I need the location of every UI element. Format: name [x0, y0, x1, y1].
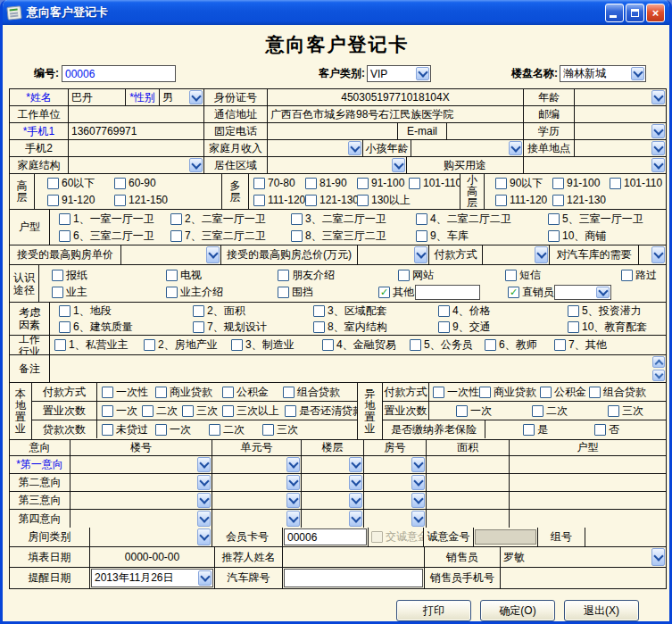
- checkbox[interactable]: [568, 321, 579, 333]
- chevron-down-icon[interactable]: [197, 457, 211, 472]
- checkbox-option[interactable]: 7、三室二厅二卫: [170, 229, 291, 244]
- checkbox-option[interactable]: 三次以上: [222, 404, 285, 419]
- checkbox[interactable]: [59, 230, 71, 242]
- residence-area-select[interactable]: [268, 157, 407, 173]
- email-field[interactable]: [447, 123, 524, 139]
- checkbox[interactable]: [548, 213, 560, 225]
- intent-unit-select[interactable]: [212, 474, 302, 491]
- purchase-purpose-select[interactable]: [524, 157, 666, 173]
- chevron-down-icon[interactable]: [197, 511, 211, 527]
- checkbox[interactable]: [485, 339, 496, 351]
- chevron-down-icon[interactable]: [206, 246, 220, 263]
- checkbox[interactable]: [193, 305, 204, 317]
- checkbox-option[interactable]: 公积金: [222, 385, 283, 400]
- checkbox-option[interactable]: 组合贷款: [283, 385, 340, 400]
- checkbox-option[interactable]: 6、建筑质量: [59, 320, 193, 335]
- checkbox[interactable]: [479, 387, 491, 398]
- child-age-select[interactable]: [411, 140, 524, 156]
- checkbox-option[interactable]: 三次: [182, 404, 222, 419]
- checkbox-option[interactable]: 3、区域配套: [313, 304, 438, 319]
- maximize-button[interactable]: [626, 4, 644, 22]
- intent-unit-select[interactable]: [212, 510, 302, 528]
- chevron-down-icon[interactable]: [509, 141, 522, 155]
- chevron-down-icon[interactable]: [348, 141, 361, 155]
- checkbox[interactable]: [102, 405, 113, 417]
- checkbox[interactable]: [59, 305, 71, 317]
- checkbox-option[interactable]: 3、二室二厅一卫: [291, 212, 416, 227]
- checkbox[interactable]: [182, 405, 194, 417]
- checkbox[interactable]: [166, 270, 178, 281]
- chevron-down-icon[interactable]: [411, 511, 425, 527]
- checkbox[interactable]: [410, 339, 421, 351]
- room-type-select[interactable]: [90, 528, 212, 546]
- chevron-down-icon[interactable]: [535, 246, 548, 263]
- checkbox-option[interactable]: 是否还清贷款: [285, 404, 358, 419]
- checkbox[interactable]: [589, 387, 601, 398]
- mobile1-field[interactable]: 13607769971: [69, 123, 204, 139]
- chevron-down-icon[interactable]: [349, 511, 362, 527]
- name-field[interactable]: 巴丹: [69, 89, 126, 105]
- landline-field[interactable]: [268, 123, 398, 139]
- checkbox[interactable]: [313, 305, 325, 317]
- checkbox[interactable]: [456, 405, 468, 417]
- checkbox[interactable]: [102, 387, 113, 398]
- checkbox[interactable]: [438, 305, 450, 317]
- chevron-down-icon[interactable]: [411, 475, 425, 490]
- checkbox[interactable]: [278, 287, 289, 298]
- checkbox-option[interactable]: 101-110: [610, 177, 666, 189]
- checkbox-option[interactable]: 7、其他: [554, 337, 607, 353]
- chevron-down-icon[interactable]: [197, 475, 211, 490]
- checkbox-option[interactable]: 公积金: [540, 385, 589, 400]
- checkbox[interactable]: [305, 178, 317, 189]
- checkbox[interactable]: [523, 424, 535, 436]
- checkbox-option[interactable]: 9、车库: [416, 229, 548, 244]
- customer-type-select[interactable]: VIP: [367, 65, 431, 82]
- checkbox[interactable]: [222, 387, 234, 398]
- checkbox[interactable]: [495, 195, 507, 206]
- checkbox[interactable]: [552, 195, 564, 206]
- checkbox-option[interactable]: 91-100: [552, 177, 610, 189]
- checkbox-option[interactable]: 是: [523, 422, 594, 437]
- checkbox-option[interactable]: 4、金融贸易: [322, 337, 410, 353]
- checkbox-option[interactable]: 5、公务员: [410, 337, 485, 353]
- checkbox[interactable]: [291, 230, 303, 242]
- referrer-field[interactable]: [283, 547, 425, 567]
- checkbox[interactable]: ✓: [508, 287, 519, 298]
- checkbox-option[interactable]: 91-100: [357, 177, 409, 189]
- checkbox[interactable]: [253, 195, 265, 206]
- intent-building-select[interactable]: [71, 492, 212, 509]
- order-place-select[interactable]: [575, 140, 666, 156]
- checkbox-option[interactable]: 81-90: [305, 177, 357, 189]
- checkbox[interactable]: [170, 230, 182, 242]
- group-no-field[interactable]: [585, 528, 666, 546]
- checkbox[interactable]: [222, 405, 234, 417]
- max-unit-price-select[interactable]: [121, 245, 221, 264]
- checkbox-option[interactable]: 二次: [209, 422, 262, 437]
- intent-floor-select[interactable]: [302, 492, 364, 509]
- education-select[interactable]: [575, 123, 666, 139]
- checkbox[interactable]: [114, 195, 126, 206]
- checkbox-option[interactable]: 90以下: [495, 176, 552, 191]
- chevron-down-icon[interactable]: [392, 158, 405, 172]
- checkbox[interactable]: [305, 195, 317, 206]
- address-field[interactable]: 广西百色市城乡路98号右江民族医学院: [268, 106, 524, 122]
- other-channel-input[interactable]: [415, 285, 480, 300]
- checkbox[interactable]: [155, 424, 167, 436]
- chevron-down-icon[interactable]: [651, 90, 665, 104]
- checkbox[interactable]: [291, 213, 303, 225]
- scroll-down-icon[interactable]: [652, 370, 665, 381]
- checkbox-option[interactable]: 三次: [608, 404, 666, 419]
- chevron-down-icon[interactable]: [197, 528, 211, 545]
- salesperson-select[interactable]: 罗敏: [501, 547, 666, 567]
- chevron-down-icon[interactable]: [651, 141, 665, 155]
- chevron-down-icon[interactable]: [349, 457, 362, 472]
- checkbox-option[interactable]: 4、价格: [438, 304, 568, 319]
- checkbox-option[interactable]: 70-80: [253, 177, 305, 189]
- checkbox-option[interactable]: 朋友介绍: [278, 268, 398, 283]
- exit-button[interactable]: 退出(X): [564, 600, 639, 621]
- checkbox[interactable]: [554, 339, 566, 351]
- remark-textarea[interactable]: [50, 355, 666, 382]
- checkbox-option[interactable]: 一次性: [102, 385, 155, 400]
- chevron-down-icon[interactable]: [651, 158, 665, 172]
- checkbox-option[interactable]: 5、三室一厅一卫: [548, 212, 643, 227]
